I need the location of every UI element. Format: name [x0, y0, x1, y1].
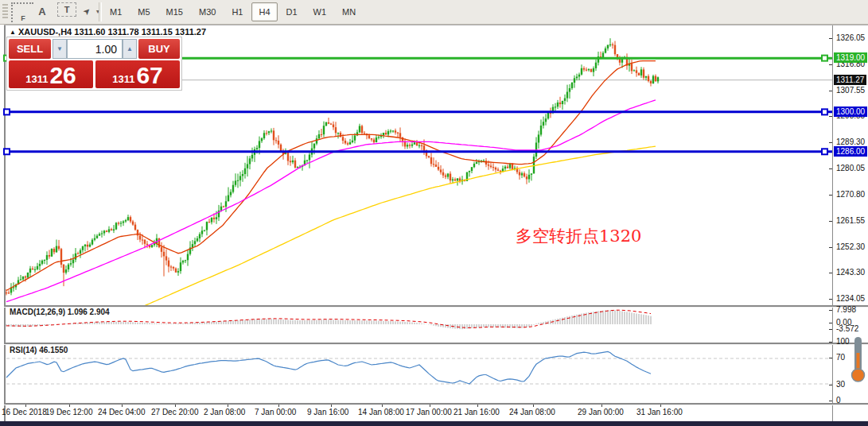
indicators-grid-icon[interactable]: F — [11, 2, 33, 22]
price-axis-label: 1307.55 — [836, 86, 865, 95]
price-axis-label: 1326.05 — [836, 33, 865, 42]
rsi-axis-label: 100 — [836, 337, 850, 346]
time-axis-label: 21 Jan 16:00 — [453, 408, 500, 416]
time-axis-label: 16 Dec 2018 — [2, 408, 47, 416]
tf-button-m5[interactable]: M5 — [130, 2, 157, 21]
rsi-axis-label: 70 — [836, 353, 845, 362]
price-axis-tick — [829, 116, 832, 117]
time-axis-label: 9 Jan 16:00 — [307, 408, 348, 416]
price-axis-border — [832, 25, 833, 422]
rsi-canvas[interactable] — [0, 344, 832, 403]
tf-button-mn[interactable]: MN — [335, 2, 363, 21]
price-tag-1319.00: 1319.00 — [834, 52, 867, 63]
macd-canvas[interactable] — [0, 307, 832, 343]
tf-button-h1[interactable]: H1 — [224, 2, 250, 21]
time-axis-label: 2 Jan 08:00 — [204, 408, 245, 416]
price-axis-label: 1234.05 — [836, 294, 865, 303]
price-tag-1300.00: 1300.00 — [834, 106, 867, 117]
time-axis-label: 27 Dec 20:00 — [151, 408, 199, 416]
time-axis-tick — [331, 405, 332, 407]
price-axis-label: 1289.30 — [836, 137, 865, 146]
thermometer-icon[interactable] — [848, 335, 867, 388]
price-axis-tick — [829, 247, 832, 248]
volume-input[interactable]: 1.00 — [67, 39, 123, 59]
time-axis-label: 14 Jan 08:00 — [358, 408, 404, 416]
time-axis-tick — [175, 405, 176, 407]
volume-down-button[interactable]: ▼ — [53, 39, 67, 59]
price-tag-1311.27: 1311.27 — [834, 75, 866, 85]
price-axis-tick — [829, 64, 832, 65]
chart-title-text: XAUUSD-,H4 1311.60 1311.78 1311.15 1311.… — [18, 27, 206, 37]
tf-button-w1[interactable]: W1 — [306, 2, 334, 21]
mid-ma-line — [6, 100, 656, 302]
price-axis-tick — [829, 91, 832, 91]
price-axis-label: 1252.30 — [836, 242, 865, 251]
macd-axis-label: -3.572 — [836, 324, 858, 333]
price-axis-tick — [829, 142, 832, 143]
time-axis-label: 17 Jan 00:00 — [406, 408, 452, 416]
rsi-axis-label: 0 — [836, 396, 841, 405]
rsi-axis-tick — [829, 385, 832, 385]
text-label-icon[interactable]: T — [57, 2, 76, 17]
time-axis-tick — [69, 405, 70, 407]
tf-button-m15[interactable]: M15 — [159, 2, 190, 21]
rsi-axis-label: 30 — [836, 380, 845, 389]
time-axis-tick — [228, 405, 228, 407]
price-tag-1286.00: 1286.00 — [834, 146, 867, 157]
text-annotation-icon[interactable]: A — [33, 2, 51, 20]
tf-button-m1[interactable]: M1 — [103, 2, 129, 21]
tf-button-h4[interactable]: H4 — [251, 2, 277, 21]
time-axis-tick — [25, 405, 26, 407]
time-axis-tick — [382, 405, 383, 407]
time-axis-label: 19 Dec 12:00 — [45, 408, 93, 416]
price-axis-label: 1280.05 — [836, 164, 865, 172]
price-axis-tick — [829, 221, 832, 222]
toolbar-grip[interactable] — [2, 4, 8, 20]
macd-axis-label: 7.998 — [836, 305, 856, 314]
price-axis-tick — [829, 195, 832, 196]
buy-price-small: 1311 — [112, 73, 134, 85]
price-axis-tick — [829, 38, 832, 39]
sell-price-big: 26 — [49, 64, 76, 87]
tf-button-m30[interactable]: M30 — [192, 2, 223, 21]
macd-axis-tick — [829, 329, 832, 330]
price-axis-label: 1270.80 — [836, 190, 865, 199]
toolbar: F A T ➤ ▼ M1M5M15M30H1H4D1W1MN — [0, 0, 868, 25]
time-axis-label: 7 Jan 00:00 — [255, 408, 296, 416]
macd-axis-tick — [829, 323, 832, 323]
timeframe-buttons: M1M5M15M30H1H4D1W1MN — [102, 2, 364, 21]
rsi-axis-tick — [829, 358, 832, 358]
one-click-trading-panel: SELL ▼ 1.00 ▲ BUY 1311 26 1311 67 — [6, 37, 182, 91]
time-axis-tick — [122, 405, 123, 407]
time-axis-tick — [601, 405, 602, 407]
price-axis-label: 1243.30 — [836, 268, 865, 277]
macd-axis-tick — [829, 310, 832, 311]
collapse-panel-icon[interactable]: ▲ — [10, 29, 16, 36]
time-axis-label: 29 Jan 00:00 — [578, 408, 624, 416]
volume-up-button[interactable]: ▲ — [123, 39, 137, 59]
tf-button-d1[interactable]: D1 — [279, 2, 305, 21]
time-axis-label: 24 Dec 04:00 — [98, 408, 146, 416]
fast-ma-line — [6, 61, 656, 291]
price-axis-tick — [829, 168, 832, 169]
chart-annotation-text: 多空转折点1320 — [516, 225, 641, 247]
sell-price-small: 1311 — [25, 73, 48, 85]
buy-price-big: 67 — [136, 64, 162, 87]
time-axis-divider — [4, 403, 868, 405]
buy-price-box[interactable]: 1311 67 — [95, 60, 180, 88]
sell-price-box[interactable]: 1311 26 — [9, 60, 93, 88]
time-axis-tick — [533, 405, 534, 407]
sell-button[interactable]: SELL — [9, 39, 51, 59]
time-axis-label: 31 Jan 16:00 — [636, 408, 683, 416]
buy-button[interactable]: BUY — [138, 39, 180, 59]
rsi-axis-tick — [829, 401, 832, 401]
price-axis-tick — [829, 299, 832, 300]
time-axis-tick — [430, 405, 430, 407]
rsi-axis-tick — [829, 342, 832, 343]
price-axis-label: 1261.55 — [836, 216, 865, 225]
time-axis-label: 24 Jan 08:00 — [509, 408, 555, 416]
price-axis-tick — [829, 273, 832, 273]
window-bottom-edge — [0, 421, 868, 426]
time-axis-tick — [278, 405, 279, 407]
time-axis-tick — [660, 405, 661, 407]
